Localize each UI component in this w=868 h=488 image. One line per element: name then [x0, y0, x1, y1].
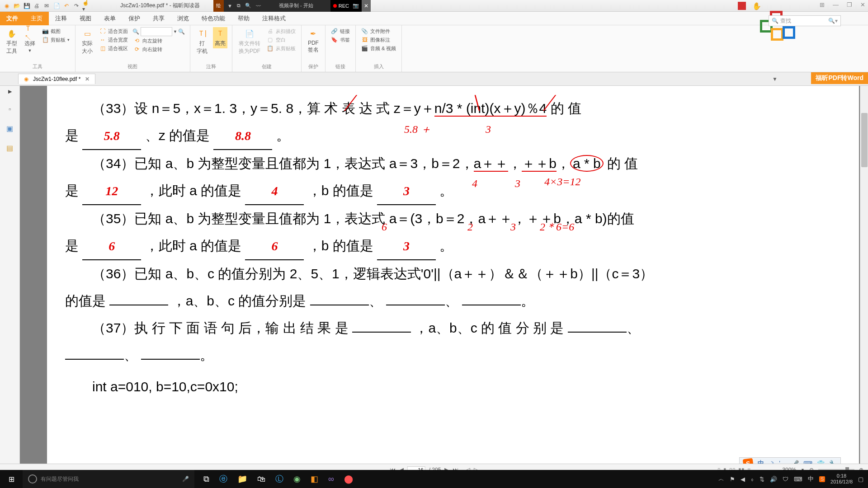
document-tab[interactable]: ◉ JscZw1-10flee.pdf * ✕ — [18, 74, 95, 84]
tray-app-icon[interactable]: ⬨ — [750, 476, 754, 483]
menu-annot-format[interactable]: 注释格式 — [256, 12, 292, 25]
pages-panel-icon[interactable]: ▫ — [9, 105, 11, 113]
link-button[interactable]: 🔗链接 — [330, 27, 351, 35]
rotate-left-button[interactable]: ⟲向左旋转 — [132, 37, 185, 45]
menu-file[interactable]: 文件 — [0, 12, 24, 25]
new-icon[interactable]: 📄 — [52, 2, 61, 10]
highlight-button[interactable]: Ｔ高亮 — [213, 27, 227, 48]
app-l-icon[interactable]: Ⓛ — [275, 474, 283, 484]
select-tool-button[interactable]: Ｔ↖选择▼ — [23, 27, 37, 54]
tab-close-icon[interactable]: ✕ — [85, 76, 90, 82]
close-icon[interactable]: ✕ — [860, 1, 865, 8]
foxit-task-icon[interactable]: ◧ — [311, 474, 318, 484]
touch-mode-icon[interactable]: ✋ — [752, 2, 761, 10]
tray-network-icon[interactable]: ⇅ — [760, 476, 764, 483]
document-area[interactable]: ╱ ╲ ╱ （33）设 n＝5，x＝1. 3，y＝5. 8，算 术 表 达 式 … — [20, 86, 868, 470]
save-icon[interactable]: 💾 — [23, 2, 31, 10]
tray-shield-icon[interactable]: 🛡 — [783, 476, 788, 483]
menu-annotate[interactable]: 注释 — [49, 12, 73, 25]
tab-list-dropdown[interactable]: ▼ — [772, 76, 778, 82]
recorder-window-icon[interactable]: ⧉ — [237, 3, 241, 9]
tray-sogou-icon[interactable]: S — [819, 476, 825, 482]
mic-icon[interactable]: 🎤 — [182, 476, 189, 482]
start-button[interactable]: ⊞ — [0, 470, 23, 488]
menu-form[interactable]: 表单 — [98, 12, 122, 25]
search-input[interactable]: 🔍 查找 🔍▾ — [769, 15, 841, 26]
taskbar-search[interactable]: 有问题尽管问我 🎤 — [23, 470, 194, 488]
tray-flag-icon[interactable]: ⚑ — [730, 476, 735, 483]
recorder-close-button[interactable]: ✕ — [362, 0, 371, 12]
menu-home[interactable]: 主页 — [24, 12, 49, 25]
recorder-rec-button[interactable]: REC 📷 — [330, 0, 362, 12]
q35-ans3: 3 — [403, 239, 410, 253]
layers-panel-icon[interactable]: ▣ — [6, 124, 13, 133]
browser-icon[interactable]: ◉ — [293, 474, 301, 484]
recorder-zoom-icon[interactable]: 🔍 — [245, 3, 251, 9]
tray-volume-icon[interactable]: 🔊 — [770, 476, 777, 483]
camera-icon[interactable]: 📷 — [353, 3, 359, 9]
doc-icon: 📄 — [244, 28, 255, 39]
pdf-sign-button[interactable]: ✒PDF 签名 — [306, 27, 321, 55]
clipboard-button[interactable]: 📋剪贴板▾ — [41, 36, 71, 44]
convert-to-word-button[interactable]: 福昕PDF转Word — [811, 72, 868, 84]
actual-size-button[interactable]: ▭实际 大小 — [80, 27, 94, 56]
notification-icon[interactable] — [738, 2, 746, 10]
scrollbar-thumb[interactable] — [861, 113, 868, 167]
zoom-dropdown-icon[interactable]: ▼ — [173, 29, 177, 34]
menu-features[interactable]: 特色功能 — [195, 12, 231, 25]
ribbon-options-icon[interactable]: ⊞ — [820, 1, 825, 8]
ann35a: 6 — [382, 216, 387, 238]
fitvisible-icon: ◫ — [99, 45, 106, 52]
av-button[interactable]: 🎬音频 & 视频 — [360, 44, 397, 52]
record-task-icon[interactable]: ⬤ — [344, 474, 353, 484]
bookmark-button[interactable]: 🔖书签 — [330, 36, 351, 44]
attach-button[interactable]: 📎文件附件 — [360, 27, 397, 35]
store-icon[interactable]: 🛍 — [257, 474, 265, 484]
ann35c: 3 — [510, 216, 516, 238]
comments-panel-icon[interactable]: ▤ — [6, 144, 13, 152]
zoom-out-icon[interactable]: 🔍 — [132, 28, 140, 35]
tray-keyboard-icon[interactable]: ⌨ — [794, 476, 802, 483]
menu-protect[interactable]: 保护 — [122, 12, 146, 25]
minimize-icon[interactable]: — — [833, 1, 839, 8]
sidebar-expand-icon[interactable]: ▶ — [8, 89, 12, 94]
edge-icon[interactable]: ⓔ — [219, 474, 227, 484]
infinity-icon[interactable]: ∞ — [328, 474, 334, 484]
select-icon: Ｔ↖ — [24, 28, 35, 39]
menu-share[interactable]: 共享 — [146, 12, 171, 25]
menu-view[interactable]: 视图 — [73, 12, 98, 25]
tray-ime[interactable]: 中 — [808, 475, 814, 483]
explorer-icon[interactable]: 📁 — [237, 474, 247, 484]
tray-up-icon[interactable]: ︿ — [718, 475, 724, 483]
open-icon[interactable]: 📂 — [13, 2, 21, 10]
redo-icon[interactable]: ↷ — [72, 2, 80, 10]
tray-arrow-icon[interactable]: ◀ — [741, 476, 745, 483]
print-icon[interactable]: 🖨 — [33, 2, 41, 10]
snapshot-button[interactable]: 📷截图 — [41, 27, 71, 35]
menu-browse[interactable]: 浏览 — [171, 12, 195, 25]
undo-icon[interactable]: ↶ — [62, 2, 71, 10]
search-options-icon[interactable]: 🔍▾ — [828, 18, 838, 24]
zoom-input[interactable] — [141, 27, 172, 36]
hand-tool-button[interactable]: ✋手型 工具 — [5, 27, 19, 56]
action-center-icon[interactable]: ▢ — [858, 476, 863, 483]
menu-help[interactable]: 帮助 — [231, 12, 256, 25]
task-view-icon[interactable]: ⧉ — [203, 474, 209, 484]
vertical-scrollbar[interactable] — [860, 86, 868, 470]
zoom-in-icon[interactable]: 🔍 — [178, 28, 185, 35]
recorder-dropdown-icon[interactable]: ▼ — [227, 3, 232, 9]
typewriter-button[interactable]: Ｔ|打 字机 — [195, 27, 209, 56]
maximize-icon[interactable]: ❐ — [847, 1, 852, 8]
rotate-right-button[interactable]: ⟳向右旋转 — [132, 45, 185, 53]
fit-width-button[interactable]: ↔适合宽度 — [98, 36, 129, 44]
fit-page-button[interactable]: ⛶适合页面 — [98, 27, 129, 35]
hand-dropdown-icon[interactable]: ☝▾ — [82, 2, 90, 10]
image-annot-button[interactable]: 🖼图像标注 — [360, 36, 397, 44]
q37-text: （37）执 行 下 面 语 句 后，输 出 结 果 是 — [92, 320, 352, 335]
fit-visible-button[interactable]: ◫适合视区 — [98, 44, 129, 52]
recorder-curve-icon[interactable]: 〰 — [256, 3, 261, 9]
recorder-draw-button[interactable]: 绘 — [213, 0, 224, 12]
q33-text: （33）设 n＝5，x＝1. 3，y＝5. 8，算 术 表 达 式 z＝y＋ — [92, 101, 434, 116]
taskbar-clock[interactable]: 0:18 2016/12/8 — [830, 473, 853, 485]
mail-icon[interactable]: ✉ — [42, 2, 51, 10]
